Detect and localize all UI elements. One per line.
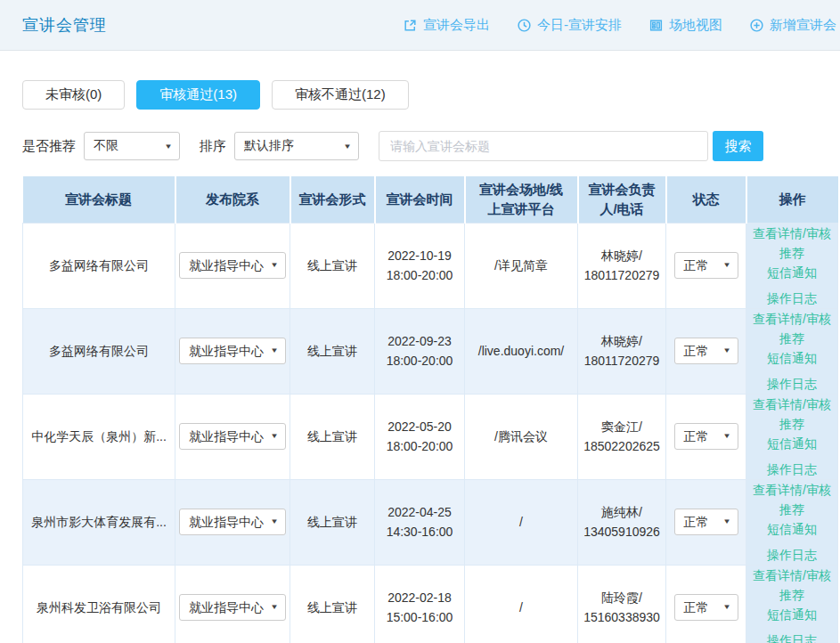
department-select[interactable]: 就业指导中心 ▼ [179,594,286,621]
actions-cell: 查看详情/审核 推荐 短信通知 操作日志 [746,479,838,565]
venue-view-link[interactable]: 场地视图 [648,17,722,34]
recommend-select[interactable]: 不限 ▼ [84,132,180,160]
session-title-cell: 泉州市影大体育发展有... [23,479,175,565]
contact-phone: 18011720279 [582,265,662,285]
status-select[interactable]: 正常 ▼ [674,594,738,621]
col-header-time: 宣讲会时间 [375,176,465,223]
status-cell: 正常 ▼ [666,223,746,308]
operation-log-link[interactable]: 操作日志 [750,631,834,643]
chevron-down-icon: ▼ [722,427,731,446]
actions-cell: 查看详情/审核 推荐 短信通知 操作日志 [746,565,838,643]
search-button[interactable]: 搜索 [713,131,763,161]
add-session-link[interactable]: 新增宣讲会 [749,17,836,34]
tab-unreviewed[interactable]: 未审核(0) [22,80,125,110]
chevron-down-icon: ▼ [270,341,279,361]
session-time: 15:00-16:00 [379,607,461,627]
tab-approved[interactable]: 审核通过(13) [136,80,260,110]
session-title-cell: 多益网络有限公司 [23,223,175,308]
format-cell: 线上宣讲 [290,394,375,479]
status-select[interactable]: 正常 ▼ [674,509,738,535]
actions-cell: 查看详情/审核 推荐 短信通知 操作日志 [746,223,838,308]
status-select[interactable]: 正常 ▼ [674,252,738,279]
chevron-down-icon: ▼ [270,512,279,532]
department-cell: 就业指导中心 ▼ [175,394,290,479]
view-detail-audit-link[interactable]: 查看详情/审核 [750,480,834,500]
format-cell: 线上宣讲 [290,565,375,643]
recommend-link[interactable]: 推荐 [750,585,834,605]
session-time: 18:00-20:00 [379,351,461,370]
tab-rejected[interactable]: 审核不通过(12) [272,80,409,110]
operation-log-link[interactable]: 操作日志 [750,545,834,565]
time-cell: 2022-05-20 18:00-20:00 [375,394,465,479]
sms-notify-link[interactable]: 短信通知 [750,434,834,453]
today-schedule-link[interactable]: 今日-宣讲安排 [517,17,622,34]
session-time: 18:00-20:00 [379,436,461,456]
actions-cell: 查看详情/审核 推荐 短信通知 操作日志 [746,308,838,394]
department-select-value: 就业指导中心 [189,512,264,532]
view-detail-audit-link[interactable]: 查看详情/审核 [750,395,834,414]
col-header-contact: 宣讲会负责人/电话 [578,176,666,223]
status-select[interactable]: 正常 ▼ [674,423,738,450]
col-header-department: 发布院系 [175,176,290,223]
department-cell: 就业指导中心 ▼ [175,565,290,643]
session-time: 14:30-16:00 [379,522,461,541]
top-link-label: 新增宣讲会 [770,17,836,34]
time-cell: 2022-02-18 15:00-16:00 [375,565,465,643]
status-select-value: 正常 [684,512,709,532]
view-detail-audit-link[interactable]: 查看详情/审核 [750,224,834,243]
session-date: 2022-05-20 [379,417,461,436]
search-input[interactable] [379,131,708,161]
contact-cell: 窦金江/ 18502202625 [578,394,666,479]
format-cell: 线上宣讲 [290,479,375,565]
department-select-value: 就业指导中心 [189,598,264,617]
venue-view-icon [648,18,664,33]
sort-filter-label: 排序 [200,138,226,155]
recommend-link[interactable]: 推荐 [750,414,834,434]
contact-name: 林晓婷/ [582,246,662,265]
table-row: 泉州科发卫浴有限公司 就业指导中心 ▼ 线上宣讲 2022-02-18 15:0… [23,565,838,643]
chevron-down-icon: ▼ [270,427,279,446]
table-row: 多益网络有限公司 就业指导中心 ▼ 线上宣讲 2022-10-19 18:00-… [23,223,838,308]
department-select[interactable]: 就业指导中心 ▼ [179,509,286,535]
session-date: 2022-10-19 [379,246,461,265]
time-cell: 2022-09-23 18:00-20:00 [375,308,465,394]
table-row: 泉州市影大体育发展有... 就业指导中心 ▼ 线上宣讲 2022-04-25 1… [23,479,838,565]
recommend-link[interactable]: 推荐 [750,500,834,519]
status-select-value: 正常 [684,598,709,617]
recommend-select-value: 不限 [94,138,118,154]
plus-circle-icon [749,18,764,33]
department-select[interactable]: 就业指导中心 ▼ [179,338,286,364]
session-date: 2022-02-18 [379,588,461,607]
status-select-value: 正常 [684,256,709,275]
page-title: 宣讲会管理 [22,14,107,36]
contact-phone: 15160338930 [582,607,662,627]
sms-notify-link[interactable]: 短信通知 [750,348,834,368]
sms-notify-link[interactable]: 短信通知 [750,605,834,624]
export-sessions-link[interactable]: 宣讲会导出 [403,17,490,34]
department-select[interactable]: 就业指导中心 ▼ [179,252,286,279]
chevron-down-icon: ▼ [270,256,279,275]
department-select[interactable]: 就业指导中心 ▼ [179,423,286,450]
sms-notify-link[interactable]: 短信通知 [750,263,834,282]
operation-log-link[interactable]: 操作日志 [750,460,834,479]
operation-log-link[interactable]: 操作日志 [750,289,834,308]
view-detail-audit-link[interactable]: 查看详情/审核 [750,566,834,585]
session-date: 2022-04-25 [379,502,461,522]
recommend-link[interactable]: 推荐 [750,243,834,263]
view-detail-audit-link[interactable]: 查看详情/审核 [750,309,834,329]
session-title-cell: 中化学天辰（泉州）新... [23,394,175,479]
venue-cell: /腾讯会议 [465,394,578,479]
col-header-actions: 操作 [746,176,838,223]
sms-notify-link[interactable]: 短信通知 [750,519,834,539]
chevron-down-icon: ▼ [722,512,731,532]
operation-log-link[interactable]: 操作日志 [750,374,834,394]
sort-select[interactable]: 默认排序 ▼ [234,132,359,160]
status-select[interactable]: 正常 ▼ [674,338,738,364]
recommend-link[interactable]: 推荐 [750,329,834,348]
status-cell: 正常 ▼ [666,394,746,479]
contact-name: 陆玲霞/ [582,588,662,607]
department-select-value: 就业指导中心 [189,341,264,361]
venue-cell: /详见简章 [465,223,578,308]
venue-cell: /live.duoyi.com/ [465,308,578,394]
department-cell: 就业指导中心 ▼ [175,479,290,565]
